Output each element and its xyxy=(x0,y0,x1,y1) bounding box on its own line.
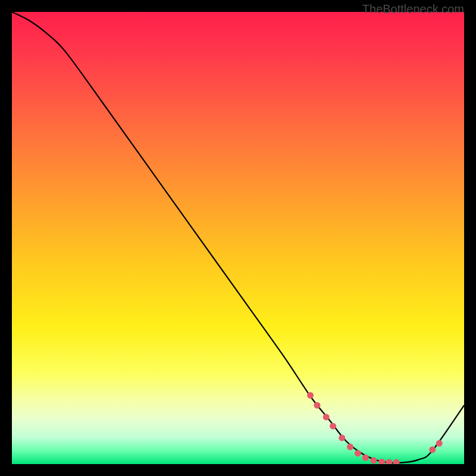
highlight-dot xyxy=(362,455,369,461)
chart-svg xyxy=(12,12,464,464)
highlight-dot xyxy=(307,392,314,399)
highlight-dot xyxy=(323,414,330,420)
chart-plot-area xyxy=(12,12,464,464)
highlight-dot xyxy=(339,434,345,441)
highlight-dot xyxy=(429,446,436,453)
highlight-dot xyxy=(386,459,392,464)
highlight-markers xyxy=(307,392,443,464)
highlight-dot xyxy=(330,423,336,430)
highlight-dot xyxy=(371,457,377,464)
highlight-dot xyxy=(347,444,353,450)
highlight-dot xyxy=(378,459,385,464)
highlight-dot xyxy=(436,440,443,447)
highlight-dot xyxy=(314,402,321,409)
bottleneck-curve xyxy=(12,12,464,463)
highlight-dot xyxy=(355,450,361,456)
watermark-text: TheBottleneck.com xyxy=(362,2,464,16)
highlight-dot xyxy=(393,459,400,464)
